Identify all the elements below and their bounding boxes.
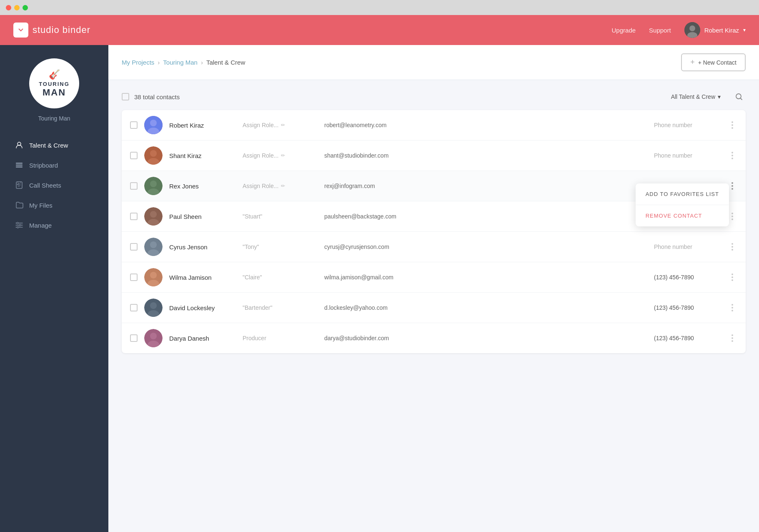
svg-point-20 (150, 150, 157, 157)
svg-point-13 (19, 224, 21, 226)
contact-name: Wilma Jamison (169, 274, 236, 281)
contact-phone: (123) 456-7890 (654, 304, 721, 311)
contact-email: shant@studiobinder.com (324, 152, 647, 159)
svg-point-12 (17, 222, 18, 224)
svg-rect-7 (16, 166, 23, 168)
contact-role: "Stuart" (243, 213, 318, 220)
breadcrumb: My Projects › Touring Man › Talent & Cre… (122, 59, 245, 66)
contact-name: Robert Kiraz (169, 122, 236, 129)
sidebar-item-label-manage: Manage (29, 222, 52, 229)
row-actions-btn[interactable] (727, 272, 737, 283)
contact-actions-dropdown: ADD TO FAVORITES LIST REMOVE CONTACT (636, 183, 729, 226)
filter-dropdown-btn[interactable]: All Talent & Crew ▾ (666, 91, 726, 103)
contact-name: Shant Kiraz (169, 152, 236, 159)
sidebar-item-my-files[interactable]: My Files (7, 195, 102, 215)
avatar (144, 329, 163, 347)
row-actions-btn[interactable] (727, 241, 737, 252)
sidebar-item-label-call-sheets: Call Sheets (29, 182, 61, 189)
contact-email: robert@leanometry.com (324, 122, 647, 128)
sidebar-item-manage[interactable]: Manage (7, 215, 102, 235)
call-sheets-icon (15, 181, 23, 189)
select-all-checkbox[interactable] (122, 93, 129, 100)
edit-role-icon[interactable]: ✏ (281, 153, 285, 158)
avatar (144, 207, 163, 226)
contact-phone: Phone number (654, 243, 721, 250)
breadcrumb-sep-2: › (201, 59, 203, 66)
contact-role: Assign Role... ✏ (243, 183, 318, 189)
svg-rect-6 (16, 165, 23, 166)
support-link[interactable]: Support (649, 27, 671, 34)
contact-email: cyrusj@cyrusjenson.com (324, 243, 647, 250)
close-window-btn[interactable] (6, 5, 11, 10)
contact-name: Rex Jones (169, 183, 236, 190)
upgrade-link[interactable]: Upgrade (612, 27, 636, 34)
main-layout: 🎸 TOURING MAN Touring Man Talent & Crew (0, 45, 759, 532)
svg-point-29 (150, 241, 157, 248)
sidebar-item-call-sheets[interactable]: Call Sheets (7, 175, 102, 195)
edit-role-icon[interactable]: ✏ (281, 122, 285, 128)
my-files-icon (15, 201, 23, 209)
sidebar-nav: Talent & Crew Stripboard (0, 135, 108, 235)
search-button[interactable] (732, 90, 746, 103)
sidebar-item-stripboard[interactable]: Stripboard (7, 155, 102, 175)
table-row: Wilma Jamison "Claire" wilma.jamison@gma… (122, 262, 746, 293)
row-checkbox[interactable] (130, 182, 138, 190)
manage-icon (15, 221, 23, 229)
window-chrome (0, 0, 759, 15)
row-actions-btn[interactable] (727, 333, 737, 344)
talent-crew-icon (15, 141, 23, 149)
table-row: David Lockesley "Bartender" d.lockesley@… (122, 293, 746, 323)
breadcrumb-touring-man[interactable]: Touring Man (163, 59, 198, 66)
contact-name: Darya Danesh (169, 335, 236, 342)
filter-area: All Talent & Crew ▾ (666, 90, 746, 103)
svg-rect-5 (16, 163, 23, 164)
minimize-window-btn[interactable] (14, 5, 20, 10)
logo-text: studio binder (33, 25, 90, 35)
table-row: Shant Kiraz Assign Role... ✏ shant@studi… (122, 141, 746, 171)
contact-phone: Phone number (654, 152, 721, 159)
sidebar-item-talent-crew[interactable]: Talent & Crew (7, 135, 102, 155)
stripboard-icon (15, 161, 23, 169)
svg-point-35 (150, 302, 157, 309)
row-checkbox[interactable] (130, 243, 138, 251)
row-checkbox[interactable] (130, 213, 138, 220)
row-checkbox[interactable] (130, 304, 138, 311)
table-row: Rex Jones Assign Role... ✏ rexj@infogram… (122, 171, 746, 201)
row-checkbox[interactable] (130, 152, 138, 159)
logo-icon (13, 23, 28, 38)
user-name: Robert Kiraz (704, 27, 739, 34)
contact-name: Cyrus Jenson (169, 243, 236, 251)
user-menu[interactable]: Robert Kiraz ▾ (684, 22, 746, 38)
sidebar: 🎸 TOURING MAN Touring Man Talent & Crew (0, 45, 108, 532)
row-actions-btn[interactable] (727, 150, 737, 161)
remove-contact-btn[interactable]: REMOVE CONTACT (636, 205, 729, 226)
contact-email: d.lockesley@yahoo.com (324, 304, 647, 311)
contacts-table: Robert Kiraz Assign Role... ✏ robert@lea… (122, 110, 746, 353)
contact-phone: (123) 456-7890 (654, 274, 721, 281)
contacts-section: 38 total contacts All Talent & Crew ▾ (108, 80, 759, 363)
row-actions-btn[interactable] (727, 120, 737, 130)
avatar (144, 299, 163, 317)
guitar-icon: 🎸 (49, 69, 60, 80)
svg-point-23 (150, 181, 157, 187)
edit-role-icon[interactable]: ✏ (281, 183, 285, 189)
row-actions-btn[interactable] (727, 302, 737, 313)
row-checkbox[interactable] (130, 334, 138, 342)
new-contact-button[interactable]: + + New Contact (681, 53, 746, 71)
add-to-favorites-btn[interactable]: ADD TO FAVORITES LIST (636, 183, 729, 205)
app-window: studio binder Upgrade Support Robert Kir… (0, 0, 759, 532)
contact-role: Assign Role... ✏ (243, 152, 318, 159)
breadcrumb-my-projects[interactable]: My Projects (122, 59, 154, 66)
sidebar-item-label-stripboard: Stripboard (29, 162, 58, 169)
row-checkbox[interactable] (130, 121, 138, 129)
svg-point-14 (17, 226, 19, 228)
logo-area: studio binder (13, 23, 612, 38)
avatar (144, 116, 163, 134)
avatar (144, 268, 163, 286)
breadcrumb-bar: My Projects › Touring Man › Talent & Cre… (108, 45, 759, 80)
row-checkbox[interactable] (130, 274, 138, 281)
breadcrumb-current: Talent & Crew (206, 59, 245, 66)
filter-chevron-icon: ▾ (718, 93, 721, 100)
maximize-window-btn[interactable] (23, 5, 28, 10)
content-area: My Projects › Touring Man › Talent & Cre… (108, 45, 759, 532)
